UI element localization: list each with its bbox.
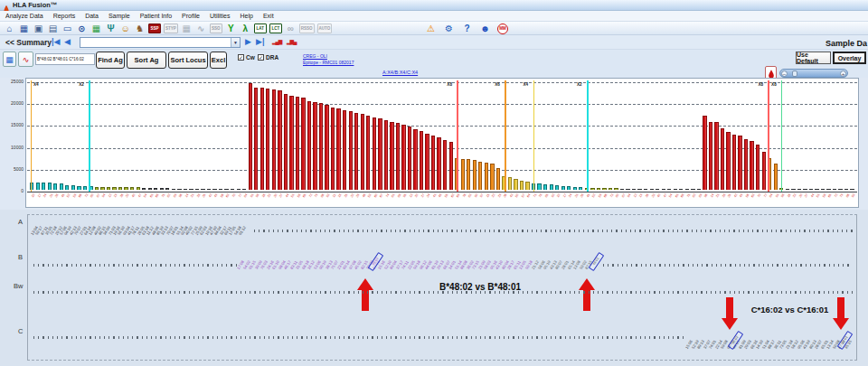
lct-icon[interactable]: LCT: [269, 23, 282, 33]
antigen-bar[interactable]: [644, 189, 647, 190]
styp-icon[interactable]: STYP: [164, 23, 178, 33]
antigen-bar[interactable]: [508, 177, 512, 190]
antigen-bar[interactable]: [331, 108, 335, 190]
sort-ag-button[interactable]: Sort Ag: [127, 52, 166, 69]
antigen-bar[interactable]: [602, 188, 606, 190]
antigen-bar[interactable]: [53, 183, 57, 191]
tray-icon[interactable]: ▦: [181, 23, 193, 34]
antigen-bar[interactable]: [567, 186, 571, 190]
antigen-bar[interactable]: [626, 189, 629, 190]
tree-icon[interactable]: Ψ: [105, 23, 117, 34]
antigen-bar[interactable]: [118, 187, 122, 190]
sso-icon[interactable]: SSO: [210, 23, 222, 33]
antigen-bar[interactable]: [83, 186, 87, 190]
antigen-bar[interactable]: [195, 189, 199, 190]
antigen-bar[interactable]: [289, 96, 293, 190]
antigen-bar[interactable]: [237, 189, 241, 190]
antigen-bar[interactable]: [756, 145, 760, 190]
antigen-bar[interactable]: [431, 136, 435, 190]
prev-record-icon[interactable]: ◀: [64, 37, 71, 46]
warning-icon[interactable]: ⚠: [425, 23, 437, 34]
menu-reports[interactable]: Reports: [53, 13, 76, 19]
split-icon[interactable]: Y: [225, 23, 237, 34]
lab-building-icon[interactable]: ▦: [18, 23, 30, 34]
antigen-bar[interactable]: [797, 189, 801, 190]
lat-icon[interactable]: LAT: [254, 23, 267, 33]
antigen-bar[interactable]: [573, 187, 577, 190]
antigen-bar[interactable]: [774, 164, 778, 190]
antigen-bar[interactable]: [112, 187, 116, 190]
rsso-icon[interactable]: RSSO: [299, 23, 315, 33]
menu-utilities[interactable]: Utilities: [210, 13, 231, 19]
antigen-bar[interactable]: [478, 162, 482, 190]
overlay-button[interactable]: Overlay: [833, 52, 866, 64]
antigen-bar[interactable]: [697, 189, 701, 190]
antigen-bar[interactable]: [272, 89, 276, 190]
table-view-button[interactable]: ▦: [3, 52, 16, 67]
find-ag-button[interactable]: Find Ag: [96, 52, 125, 69]
chart-mini-icon[interactable]: ▂▄▆: [272, 38, 281, 44]
antigen-bar[interactable]: [413, 129, 417, 190]
antigen-bar[interactable]: [100, 187, 104, 190]
antigen-bar[interactable]: [336, 108, 340, 190]
antigen-bar[interactable]: [172, 189, 175, 190]
antigen-bar[interactable]: [48, 183, 52, 190]
antigen-bar[interactable]: [744, 139, 748, 190]
antigen-bar[interactable]: [390, 122, 393, 191]
settings-gear-icon[interactable]: ⚙: [443, 23, 455, 34]
antigen-bar[interactable]: [485, 163, 488, 190]
antigen-bar[interactable]: [124, 187, 127, 190]
antigen-bar[interactable]: [301, 98, 305, 190]
antigen-bar[interactable]: [201, 189, 204, 190]
antigen-bar[interactable]: [461, 159, 465, 190]
zoom-out-icon[interactable]: −: [781, 70, 788, 77]
antigen-input[interactable]: [35, 53, 95, 65]
antigen-bar[interactable]: [77, 186, 80, 190]
antigen-bar[interactable]: [319, 103, 323, 190]
antigen-bar[interactable]: [543, 184, 547, 190]
antigen-bar[interactable]: [278, 90, 281, 190]
antigen-bar[interactable]: [750, 141, 753, 190]
use-default-button[interactable]: Use Default: [796, 52, 831, 64]
antigen-bar[interactable]: [685, 189, 689, 190]
menu-patient-info[interactable]: Patient Info: [140, 13, 172, 19]
antigen-bar[interactable]: [160, 188, 164, 190]
antigen-bar[interactable]: [249, 83, 252, 190]
creg-summary-link[interactable]: A:X4/B:X4/C:X4: [382, 70, 418, 75]
mm-icon[interactable]: MM: [497, 23, 508, 34]
antigen-bar[interactable]: [809, 189, 813, 190]
zoom-in-icon[interactable]: +: [840, 70, 846, 77]
antigen-bar[interactable]: [207, 189, 211, 190]
menu-analyze-data[interactable]: Analyze Data: [5, 13, 43, 19]
profile-icon[interactable]: ☻: [479, 23, 491, 34]
antigen-bar[interactable]: [650, 189, 654, 190]
sort-locus-button[interactable]: Sort Locus: [168, 52, 208, 69]
zoom-slider[interactable]: − +: [779, 69, 848, 78]
antigen-bar[interactable]: [632, 189, 636, 190]
report-search-icon[interactable]: ▤: [47, 23, 59, 34]
antigen-bar[interactable]: [354, 113, 358, 190]
antigen-bar[interactable]: [467, 159, 470, 190]
antigen-bar[interactable]: [219, 189, 222, 190]
home-icon[interactable]: ⌂: [4, 23, 15, 34]
antigen-bar[interactable]: [496, 168, 500, 190]
antigen-bar[interactable]: [609, 188, 612, 190]
menu-profile[interactable]: Profile: [182, 13, 200, 19]
antigen-bar[interactable]: [71, 185, 75, 190]
antigen-bar[interactable]: [254, 88, 258, 190]
antigen-bar[interactable]: [703, 116, 706, 190]
antigen-bar[interactable]: [791, 189, 795, 190]
antigen-bar[interactable]: [844, 189, 848, 190]
antigen-bar[interactable]: [579, 187, 582, 190]
link-icon[interactable]: ∞: [285, 23, 297, 34]
antigen-bar[interactable]: [537, 183, 541, 190]
antigen-bar[interactable]: [260, 88, 264, 190]
sample-combobox[interactable]: ▼: [80, 37, 241, 48]
antigen-bar[interactable]: [597, 188, 600, 190]
antigen-bar[interactable]: [449, 142, 453, 190]
antigen-bar[interactable]: [378, 118, 382, 190]
antigen-bar[interactable]: [726, 132, 730, 190]
antigen-bar[interactable]: [148, 188, 152, 190]
antigen-bar[interactable]: [714, 122, 718, 190]
search-icon[interactable]: ⊙: [76, 23, 88, 34]
